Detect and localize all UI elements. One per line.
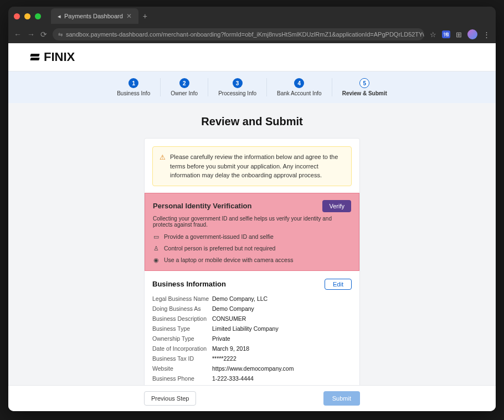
main-scroll: Review and Submit ⚠ Please carefully rev… [8, 103, 496, 411]
traffic-lights [14, 13, 41, 19]
submit-button[interactable]: Submit [323, 391, 360, 406]
tab-bar: ◂ Payments Dashboard ✕ + [8, 7, 496, 25]
previous-step-button[interactable]: Previous Step [144, 391, 196, 406]
step-owner-info[interactable]: 2 Owner Info [161, 78, 208, 96]
alert-text: Please carefully review the information … [170, 152, 344, 180]
window-maximize-icon[interactable] [35, 13, 41, 19]
field-label: Legal Business Name [152, 295, 212, 302]
person-icon: ♙ [153, 245, 160, 252]
field-label: Business Tax ID [152, 355, 212, 362]
identity-item: ▭Provide a government-issued ID and self… [153, 233, 351, 240]
back-icon[interactable]: ← [14, 30, 22, 39]
id-card-icon: ▭ [153, 233, 160, 240]
field-value: CONSUMER [212, 315, 246, 322]
translate-icon[interactable]: ㋿ [442, 30, 450, 38]
step-review-submit[interactable]: 5 Review & Submit [332, 78, 397, 96]
field-row: Date of IncorporationMarch 9, 2018 [152, 345, 352, 352]
logo-mark-icon [30, 54, 39, 60]
field-value: Limited Liability Company [212, 325, 279, 332]
step-number: 3 [233, 78, 243, 88]
field-row: Business Phone1-222-333-4444 [152, 375, 352, 382]
close-icon[interactable]: ✕ [126, 12, 132, 20]
step-label: Business Info [117, 90, 150, 96]
field-value: March 9, 2018 [212, 345, 249, 352]
field-row: Business TypeLimited Liability Company [152, 325, 352, 332]
step-number: 5 [359, 78, 369, 88]
review-card: ⚠ Please carefully review the informatio… [144, 138, 360, 411]
logo: FINIX [30, 50, 474, 64]
identity-item: ♙Control person is preferred but not req… [153, 245, 351, 252]
field-row: Websitehttps://www.democompany.com [152, 365, 352, 372]
browser-tab[interactable]: ◂ Payments Dashboard ✕ [51, 8, 138, 24]
field-label: Doing Business As [152, 305, 212, 312]
identity-item: ◉Use a laptop or mobile device with came… [153, 257, 351, 264]
step-label: Bank Account Info [277, 90, 322, 96]
stepper: 1 Business Info 2 Owner Info 3 Processin… [8, 71, 496, 103]
window-close-icon[interactable] [14, 13, 20, 19]
field-value: Private [212, 335, 230, 342]
step-number: 2 [179, 78, 189, 88]
camera-icon: ◉ [153, 257, 160, 264]
field-value: *****2222 [212, 355, 236, 362]
extensions-icon[interactable]: ⊞ [456, 30, 462, 39]
logo-text: FINIX [44, 50, 75, 64]
url-text: sandbox.payments-dashboard.com/merchant-… [66, 31, 424, 38]
page-content: FINIX 1 Business Info 2 Owner Info 3 Pro… [8, 43, 496, 411]
step-label: Processing Info [218, 90, 256, 96]
tab-title: Payments Dashboard [64, 13, 123, 19]
footer-bar: Previous Step Submit [8, 385, 496, 411]
field-label: Website [152, 365, 212, 372]
field-label: Ownership Type [152, 335, 212, 342]
field-row: Business Tax ID*****2222 [152, 355, 352, 362]
field-label: Business Description [152, 315, 212, 322]
app-header: FINIX [8, 43, 496, 71]
step-label: Owner Info [171, 90, 198, 96]
step-number: 4 [294, 78, 304, 88]
field-row: Legal Business NameDemo Company, LLC [152, 295, 352, 302]
step-label: Review & Submit [342, 90, 387, 96]
profile-avatar[interactable] [467, 29, 477, 39]
reload-icon[interactable]: ⟳ [40, 30, 47, 39]
browser-window: ◂ Payments Dashboard ✕ + ← → ⟳ ⇆ sandbox… [8, 7, 496, 411]
step-processing-info[interactable]: 3 Processing Info [208, 78, 267, 96]
field-value: Demo Company [212, 305, 254, 312]
edit-business-button[interactable]: Edit [325, 279, 352, 290]
section-title: Business Information [152, 280, 226, 288]
menu-icon[interactable]: ⋮ [483, 30, 490, 39]
step-business-info[interactable]: 1 Business Info [107, 78, 161, 96]
identity-title: Personal Identity Verification [153, 202, 251, 210]
step-number: 1 [128, 78, 138, 88]
field-label: Business Phone [152, 375, 212, 382]
page-title: Review and Submit [8, 115, 496, 128]
identity-verification-panel: Personal Identity Verification Verify Co… [145, 193, 359, 271]
star-icon[interactable]: ☆ [430, 30, 436, 39]
forward-icon[interactable]: → [27, 30, 35, 39]
url-bar: ← → ⟳ ⇆ sandbox.payments-dashboard.com/m… [8, 25, 496, 43]
field-label: Business Type [152, 325, 212, 332]
step-bank-account-info[interactable]: 4 Bank Account Info [267, 78, 332, 96]
verify-button[interactable]: Verify [322, 200, 351, 212]
window-minimize-icon[interactable] [24, 13, 30, 19]
site-info-icon: ⇆ [58, 32, 63, 38]
url-field[interactable]: ⇆ sandbox.payments-dashboard.com/merchan… [53, 28, 424, 40]
new-tab-button[interactable]: + [143, 12, 147, 21]
identity-subtitle: Collecting your government ID and selfie… [153, 216, 351, 228]
warning-alert: ⚠ Please carefully review the informatio… [152, 146, 352, 186]
field-value: Demo Company, LLC [212, 295, 268, 302]
field-value: 1-222-333-4444 [212, 375, 254, 382]
field-value: https://www.democompany.com [212, 365, 294, 372]
field-row: Business DescriptionCONSUMER [152, 315, 352, 322]
tab-favicon: ◂ [58, 13, 61, 20]
field-label: Date of Incorporation [152, 345, 212, 352]
field-row: Ownership TypePrivate [152, 335, 352, 342]
field-row: Doing Business AsDemo Company [152, 305, 352, 312]
warning-icon: ⚠ [160, 152, 166, 180]
